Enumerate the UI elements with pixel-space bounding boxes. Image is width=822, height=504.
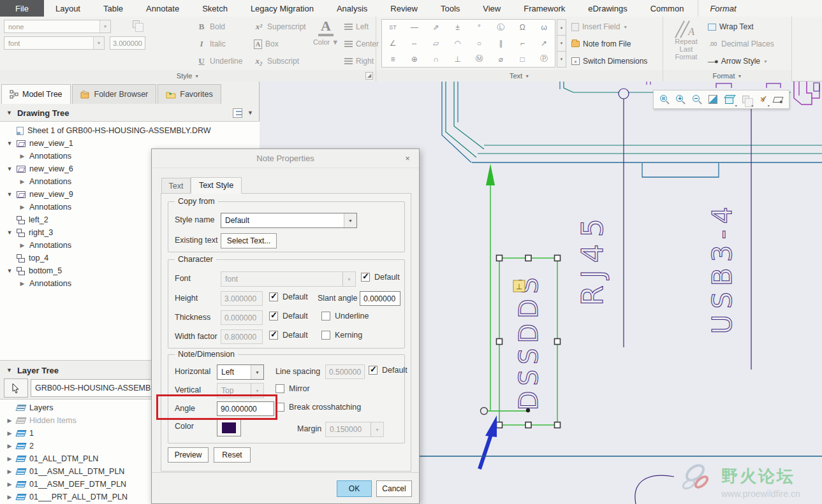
circle-symbol[interactable]: ○ xyxy=(469,36,490,52)
ribbon-tab-edrawings[interactable]: eDrawings xyxy=(576,0,638,17)
expander-icon[interactable]: ▼ xyxy=(6,229,13,236)
connector-mark[interactable] xyxy=(767,83,781,88)
circle-m-symbol[interactable]: Ⓜ xyxy=(469,51,490,67)
style-name-combo[interactable]: Default ▼ xyxy=(221,213,357,228)
ribbon-tab-layout[interactable]: Layout xyxy=(44,0,92,17)
ohm-symbol[interactable]: Ω xyxy=(511,20,533,36)
text-group-label[interactable]: Text▼ xyxy=(376,70,663,82)
ribbon-tab-review[interactable]: Review xyxy=(379,0,429,17)
scroll-down-icon[interactable]: ▼ xyxy=(557,36,566,52)
chevron-down-icon[interactable]: ▼ xyxy=(251,365,263,379)
dialog-title[interactable]: Note Properties xyxy=(152,149,419,168)
tab-folder-browser[interactable]: Folder Browser xyxy=(72,84,157,104)
connector-geometry[interactable] xyxy=(799,82,819,98)
copy-icon[interactable]: ▾ xyxy=(738,92,752,106)
scroll-up-icon[interactable]: ▲ xyxy=(557,19,566,36)
expander-icon[interactable]: ▼ xyxy=(6,140,13,147)
datum-display-icon[interactable]: ×⁄▾ xyxy=(755,92,769,106)
select-cursor-button[interactable] xyxy=(4,378,28,398)
tree-item-sheet-1-of-grb00-hs-housing-assembly-drw[interactable]: Sheet 1 of GRB00-HS-HOUSING-ASSEMBLY.DRW xyxy=(0,124,260,137)
ribbon-tab-analysis[interactable]: Analysis xyxy=(325,0,379,17)
style-dialog-launcher[interactable]: ◢ xyxy=(365,72,373,80)
expander-icon[interactable]: ▼ xyxy=(6,191,13,198)
square-symbol[interactable]: □ xyxy=(511,51,533,67)
tab-text[interactable]: Text xyxy=(161,178,191,194)
ribbon-tab-annotate[interactable]: Annotate xyxy=(135,0,191,17)
italic-button[interactable]: I Italic xyxy=(196,37,226,51)
underline-checkbox[interactable]: Underline xyxy=(321,312,369,320)
bold-button[interactable]: B Bold xyxy=(196,20,225,34)
drawing-tree-header[interactable]: ▼ Drawing Tree ▼ xyxy=(0,104,260,121)
wrap-text-button[interactable]: Wrap Text xyxy=(708,20,754,34)
select-text-button[interactable]: Select Text... xyxy=(221,233,277,248)
display-style-icon[interactable]: ▾ xyxy=(723,92,737,106)
collapse-icon[interactable]: ▼ xyxy=(6,367,12,373)
connector-mark[interactable] xyxy=(647,82,650,85)
ribbon-tab-framework[interactable]: Framework xyxy=(512,0,576,17)
part-arc[interactable] xyxy=(635,475,674,504)
kerning-checkbox[interactable]: Kerning xyxy=(321,331,362,340)
chevron-down-icon[interactable]: ▼ xyxy=(93,37,104,49)
decimal-places-button[interactable]: .00 Decimal Places xyxy=(708,37,774,51)
break-crosshatching-checkbox[interactable]: Break crosshatching xyxy=(275,403,361,412)
angle-input[interactable]: 90.000000 xyxy=(217,401,274,416)
connector-geometry[interactable] xyxy=(814,83,819,91)
text-height-input[interactable]: 3.000000 xyxy=(110,36,145,50)
reset-button[interactable]: Reset xyxy=(214,447,251,463)
ribbon-tab-legacy-migration[interactable]: Legacy Migration xyxy=(239,0,325,17)
tree-item-new-view-1[interactable]: ▼new_view_1 xyxy=(0,137,260,150)
arrow-style-button[interactable]: —● Arrow Style ▼ xyxy=(708,54,768,68)
dash-symbol[interactable]: — xyxy=(404,20,425,36)
expander-icon[interactable]: ▶ xyxy=(6,430,13,436)
connector-mark[interactable] xyxy=(716,83,731,88)
plus-minus-symbol[interactable]: ± xyxy=(447,20,469,36)
subscript-button[interactable]: x₂ Subscript xyxy=(254,54,299,68)
font-combo[interactable]: font ▼ xyxy=(4,36,105,50)
tree-settings-icon[interactable] xyxy=(233,108,242,118)
omega-symbol[interactable]: ω xyxy=(533,20,555,36)
ok-button[interactable]: OK xyxy=(337,480,372,497)
insert-field-button[interactable]: Insert Field ▼ xyxy=(571,20,628,34)
hook-symbol[interactable]: ⌐ xyxy=(511,36,533,52)
align-left-button[interactable]: Left xyxy=(344,20,369,34)
ribbon-tab-view[interactable]: View xyxy=(471,0,512,17)
slant-angle-input[interactable]: 0.000000 xyxy=(360,291,400,306)
expander-icon[interactable]: ▶ xyxy=(19,178,26,185)
leader-arrow-symbol[interactable]: ↗ xyxy=(533,36,555,52)
leader-anchor[interactable] xyxy=(481,408,488,415)
expander-icon[interactable]: ▶ xyxy=(19,242,26,248)
tab-model-tree[interactable]: Model Tree xyxy=(1,84,71,104)
text-color-button[interactable]: A Color ▼ xyxy=(312,19,339,46)
ribbon-tab-tools[interactable]: Tools xyxy=(429,0,471,17)
width-default-checkbox[interactable]: Default xyxy=(269,331,308,340)
font-default-checkbox[interactable]: Default xyxy=(361,273,400,282)
housing-edge[interactable] xyxy=(446,82,476,157)
style-name-combo[interactable]: none ▼ xyxy=(4,20,111,33)
zoom-out-icon[interactable]: − xyxy=(690,92,704,106)
ribbon-tab-common[interactable]: Common xyxy=(639,0,696,17)
circle-l-symbol[interactable]: Ⓛ xyxy=(490,20,511,36)
ribbon-tab-file[interactable]: File xyxy=(0,0,44,17)
angle-symbol[interactable]: ∠ xyxy=(382,36,404,52)
note-rj45[interactable]: RJ45 xyxy=(575,212,610,306)
arrows-symbol[interactable]: ⇔ xyxy=(404,36,425,52)
connector-geometry[interactable] xyxy=(794,82,812,104)
expander-icon[interactable]: ▼ xyxy=(6,268,13,274)
expander-icon[interactable]: ▶ xyxy=(6,443,13,449)
zoom-region-icon[interactable] xyxy=(657,92,672,106)
color-swatch-button[interactable] xyxy=(217,419,241,436)
mirror-checkbox[interactable]: Mirror xyxy=(275,384,310,393)
note-usb3-4[interactable]: USB3-4 xyxy=(707,201,738,335)
tab-text-style[interactable]: Text Style xyxy=(191,177,242,194)
expander-icon[interactable]: ▶ xyxy=(6,468,13,475)
expander-icon[interactable]: ▶ xyxy=(6,494,13,500)
datum-point[interactable] xyxy=(619,89,629,99)
style-group-label[interactable]: Style▼ xyxy=(0,70,376,82)
superscript-button[interactable]: x² Superscript xyxy=(254,20,306,34)
annotation-display-icon[interactable] xyxy=(771,92,785,106)
parallelogram-symbol[interactable]: ▱ xyxy=(425,36,447,52)
close-icon[interactable]: × xyxy=(402,154,413,164)
expander-icon[interactable]: ▶ xyxy=(6,456,13,462)
ribbon-tab-format[interactable]: Format xyxy=(698,0,747,17)
double-arrow-symbol[interactable]: ⇗ xyxy=(425,20,447,36)
